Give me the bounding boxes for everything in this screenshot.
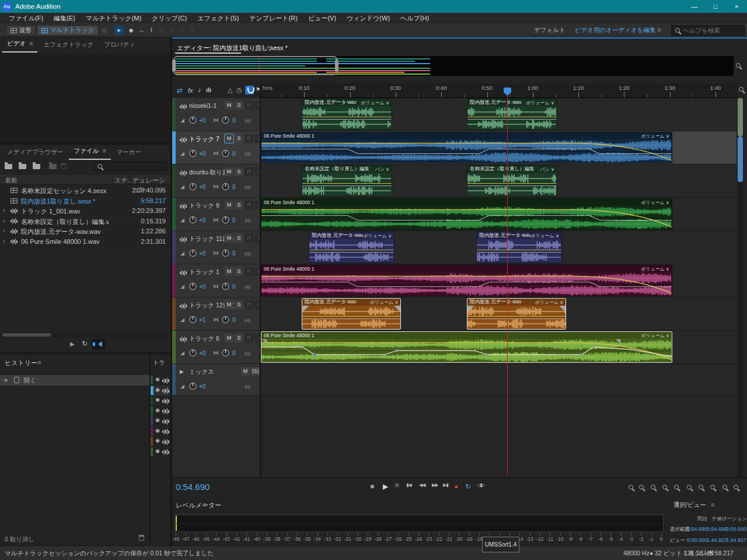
- audio-clip[interactable]: 名称未設定（取り直し）編集パン ∨: [302, 165, 392, 197]
- clip-envelope-menu[interactable]: ボリューム ∨: [641, 133, 669, 139]
- menu-window[interactable]: ウィンドウ(W): [341, 13, 395, 23]
- track-r-button[interactable]: R: [245, 134, 253, 143]
- visibility-eye-icon[interactable]: ◉: [155, 407, 160, 413]
- track-s-button[interactable]: S: [235, 134, 243, 143]
- skip-selection-toggle-icon[interactable]: ⇄: [177, 86, 183, 94]
- menu-multitrack[interactable]: マルチトラック(M): [81, 13, 146, 23]
- zoom-selection-button[interactable]: [674, 484, 679, 491]
- tab-video-group-1[interactable]: ビデオ≡: [2, 37, 37, 52]
- mix-solo-button[interactable]: (S): [251, 367, 260, 376]
- clip-envelope-menu[interactable]: ボリューム ∨: [641, 332, 669, 339]
- clip-envelope-menu[interactable]: ボリューム ∨: [526, 100, 554, 106]
- audio-clip[interactable]: 院内放送.元データ-wavボリューム ∨: [467, 298, 566, 330]
- visibility-eye-icon[interactable]: ◉: [155, 417, 160, 423]
- audio-clip[interactable]: 06 Pure Smile 48000 1ボリューム ∨: [261, 198, 672, 230]
- zoom-out-time-button[interactable]: [662, 484, 667, 491]
- audio-clip[interactable]: 院内放送.元データ-wavボリューム ∨: [309, 232, 395, 263]
- visibility-eye-icon[interactable]: ◉: [155, 387, 160, 393]
- zoom-to-selection-button[interactable]: [710, 484, 715, 491]
- strip-track-row[interactable]: ◉: [151, 375, 170, 385]
- workspace-1[interactable]: デフォルト: [534, 26, 566, 34]
- menu-view[interactable]: ビュー(V): [303, 13, 341, 23]
- audio-clip[interactable]: 名称未設定（取り直し）編集パン ∨: [467, 165, 557, 197]
- pencil-tool[interactable]: ∕: [177, 26, 187, 35]
- automation-mode-icon[interactable]: ((•)): [245, 384, 250, 389]
- track-name[interactable]: ミックス: [189, 368, 214, 376]
- strip-track-row[interactable]: ◉: [151, 386, 170, 396]
- track-lane[interactable]: 06 Pure Smile 48000 1ボリューム ∨: [261, 198, 736, 231]
- track-m-button[interactable]: M: [225, 167, 233, 176]
- files-import-folder-button[interactable]: [19, 163, 26, 170]
- automation-mode-icon[interactable]: ((•)): [245, 317, 250, 323]
- automation-mode-icon[interactable]: ((•)): [245, 118, 250, 123]
- strip-track-row[interactable]: ◉: [151, 396, 170, 405]
- rewind-button[interactable]: ◀◀: [419, 482, 425, 488]
- session-navigator[interactable]: [173, 56, 734, 76]
- audio-clip[interactable]: 院内放送.元データ-wavボリューム ∨: [476, 232, 562, 263]
- files-open-file-button[interactable]: [5, 163, 12, 170]
- fast-forward-button[interactable]: ▶▶: [432, 482, 438, 488]
- clip-envelope-menu[interactable]: ボリューム ∨: [641, 266, 669, 272]
- mix-mute-button[interactable]: M: [241, 367, 250, 376]
- help-search[interactable]: [671, 25, 745, 36]
- files-hscrollbar[interactable]: [1, 332, 168, 337]
- tab-files-group-1[interactable]: メディアブラウザー: [2, 146, 68, 160]
- file-row[interactable]: 院内放送1取り直し.sesx *5:58.217: [0, 196, 170, 206]
- clip-envelope-menu[interactable]: ボリューム ∨: [370, 299, 399, 306]
- pan-value[interactable]: 0: [232, 350, 236, 356]
- menu-help[interactable]: ヘルプ(H): [395, 13, 434, 23]
- ruler-zoom-icon[interactable]: [739, 87, 743, 92]
- zoom-out-amplitude-button[interactable]: [639, 484, 644, 491]
- close-button[interactable]: ×: [726, 0, 747, 13]
- track-name[interactable]: トラック 7: [189, 135, 219, 144]
- track-r-button[interactable]: R: [245, 201, 253, 209]
- razor-tool[interactable]: ◆: [126, 26, 136, 35]
- expand-icon[interactable]: ›: [3, 206, 5, 214]
- track-m-button[interactable]: M: [225, 101, 233, 110]
- skip-selection-button[interactable]: ◁▮▷: [477, 482, 485, 488]
- paintbrush-tool[interactable]: ∖: [187, 26, 197, 35]
- clip-envelope-menu[interactable]: ボリューム ∨: [530, 233, 559, 239]
- file-row[interactable]: ›名称未設定（取り直し）編集.wav0:16.319: [0, 216, 170, 226]
- track-r-button[interactable]: R: [245, 167, 253, 176]
- audio-clip[interactable]: 06 Pure Smile 48000 1ボリューム ∨: [261, 331, 672, 363]
- sel-value[interactable]: 0:00.000: [720, 526, 746, 532]
- track-s-button[interactable]: S: [235, 300, 243, 309]
- navigator-handle-right[interactable]: [335, 60, 338, 72]
- expand-icon[interactable]: ›: [3, 227, 5, 234]
- pan-value[interactable]: 0: [232, 117, 236, 124]
- lasso-selection-tool[interactable]: ○: [167, 26, 177, 35]
- track-m-button[interactable]: M: [225, 300, 233, 309]
- strip-track-row[interactable]: ◉: [151, 436, 170, 446]
- track-s-button[interactable]: S: [235, 101, 243, 110]
- tab-video-group-2[interactable]: エフェクトラック: [39, 38, 98, 52]
- play-file-button[interactable]: ▶: [70, 341, 75, 347]
- automation-mode-icon[interactable]: ((•)): [245, 218, 250, 223]
- waveform-view-button[interactable]: 波形: [6, 25, 36, 36]
- track-s-button[interactable]: S: [235, 267, 243, 276]
- strip-track-row[interactable]: ◉: [151, 447, 170, 457]
- pan-value[interactable]: 0: [232, 250, 236, 257]
- automation-mode-icon[interactable]: ((•)): [245, 151, 250, 156]
- volume-value[interactable]: +0: [199, 284, 205, 290]
- automation-mode-icon[interactable]: ((•)): [245, 351, 250, 356]
- strip-track-row[interactable]: ◉: [151, 426, 170, 436]
- tracks-vscrollbar[interactable]: [738, 98, 743, 477]
- tab-files-group-2[interactable]: ファイル≡: [69, 145, 110, 160]
- files-search[interactable]: [93, 162, 167, 171]
- track-m-button[interactable]: M: [225, 134, 233, 143]
- time-selection-tool[interactable]: I: [146, 26, 156, 35]
- track-r-button[interactable]: R: [245, 334, 253, 342]
- track-name[interactable]: トラック 1: [189, 268, 219, 276]
- track-lane[interactable]: 名称未設定（取り直し）編集パン ∨名称未設定（取り直し）編集パン ∨: [261, 164, 736, 198]
- clip-envelope-menu[interactable]: ボリューム ∨: [361, 100, 389, 106]
- column-name[interactable]: 名前: [5, 176, 18, 185]
- skip-to-start-button[interactable]: ▮◀: [406, 482, 411, 488]
- zoom-in-time-button[interactable]: [651, 484, 655, 491]
- zoom-in-amplitude-button[interactable]: [629, 484, 633, 491]
- search-input[interactable]: [683, 27, 741, 34]
- menu-effects[interactable]: エフェクト(S): [192, 13, 244, 23]
- visibility-eye-icon[interactable]: ◉: [155, 438, 160, 443]
- track-lane[interactable]: 06 Pure Smile 48000 1ボリューム ∨: [261, 264, 736, 298]
- menu-edit[interactable]: 編集(E): [48, 13, 81, 23]
